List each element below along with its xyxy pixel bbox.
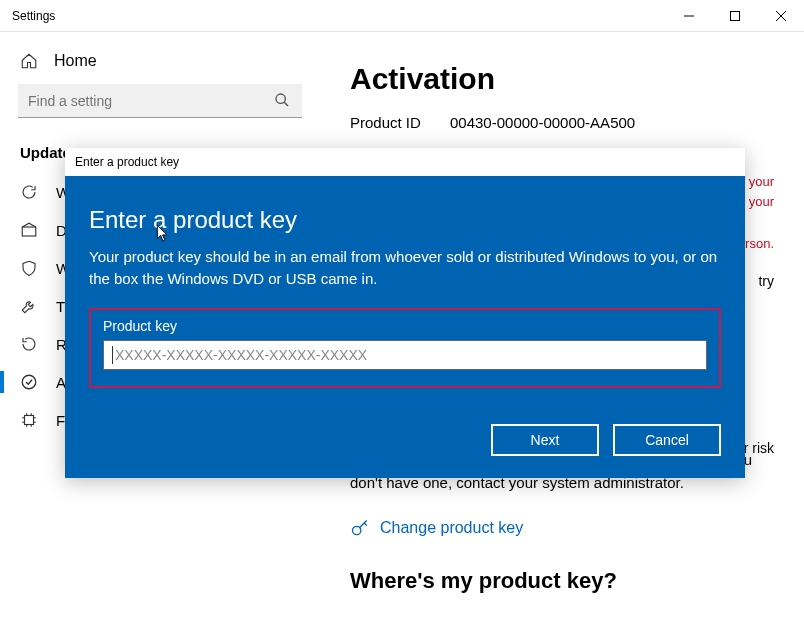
warning-text-fragment-2: your — [749, 192, 774, 212]
sidebar-home[interactable]: Home — [0, 42, 320, 84]
key-icon — [350, 518, 370, 538]
sidebar-home-label: Home — [54, 52, 97, 70]
maximize-button[interactable] — [712, 0, 758, 32]
dialog-title: Enter a product key — [75, 155, 179, 169]
svg-rect-1 — [731, 11, 740, 20]
sync-icon — [20, 183, 38, 201]
developer-icon — [20, 411, 38, 429]
product-id-row: Product ID 00430-00000-00000-AA500 — [350, 114, 774, 131]
dialog-heading: Enter a product key — [89, 206, 721, 234]
search-wrap — [0, 84, 320, 136]
next-button[interactable]: Next — [491, 424, 599, 456]
svg-line-5 — [284, 102, 288, 106]
cancel-button[interactable]: Cancel — [613, 424, 721, 456]
recovery-icon — [20, 335, 38, 353]
change-key-label: Change product key — [380, 519, 523, 537]
product-id-label: Product ID — [350, 114, 450, 131]
product-key-label: Product key — [103, 318, 707, 334]
window-title: Settings — [0, 9, 55, 23]
dialog-actions: Next Cancel — [89, 424, 721, 456]
close-button[interactable] — [758, 0, 804, 32]
text-caret — [112, 346, 113, 364]
next-label: Next — [531, 432, 560, 448]
svg-point-4 — [276, 94, 285, 103]
dialog-titlebar: Enter a product key — [65, 148, 745, 176]
svg-rect-8 — [25, 416, 34, 425]
text-fragment-try: try — [758, 273, 774, 289]
shield-icon — [20, 259, 38, 277]
product-key-placeholder: XXXXX-XXXXX-XXXXX-XXXXX-XXXXX — [115, 347, 367, 363]
sub-heading: Where's my product key? — [350, 568, 774, 594]
window-controls — [666, 0, 804, 32]
minimize-button[interactable] — [666, 0, 712, 32]
svg-point-7 — [22, 375, 36, 389]
window-titlebar: Settings — [0, 0, 804, 32]
change-product-key-link[interactable]: Change product key — [350, 518, 774, 538]
wrench-icon — [20, 297, 38, 315]
search-input[interactable] — [18, 84, 302, 118]
product-key-field-group: Product key XXXXX-XXXXX-XXXXX-XXXXX-XXXX… — [89, 308, 721, 388]
page-title: Activation — [350, 62, 774, 96]
svg-rect-6 — [22, 227, 36, 236]
check-icon — [20, 373, 38, 391]
delivery-icon — [20, 221, 38, 239]
search-icon — [274, 92, 290, 108]
cancel-label: Cancel — [645, 432, 689, 448]
text-fragment-risk: r risk — [744, 440, 774, 456]
product-key-input[interactable]: XXXXX-XXXXX-XXXXX-XXXXX-XXXXX — [103, 340, 707, 370]
dialog-body: Enter a product key Your product key sho… — [65, 176, 745, 478]
product-id-value: 00430-00000-00000-AA500 — [450, 114, 635, 131]
product-key-dialog: Enter a product key Enter a product key … — [65, 148, 745, 478]
dialog-description: Your product key should be in an email f… — [89, 246, 721, 290]
mouse-cursor — [156, 225, 170, 243]
warning-text-fragment-1: your — [749, 172, 774, 192]
home-icon — [20, 52, 38, 70]
